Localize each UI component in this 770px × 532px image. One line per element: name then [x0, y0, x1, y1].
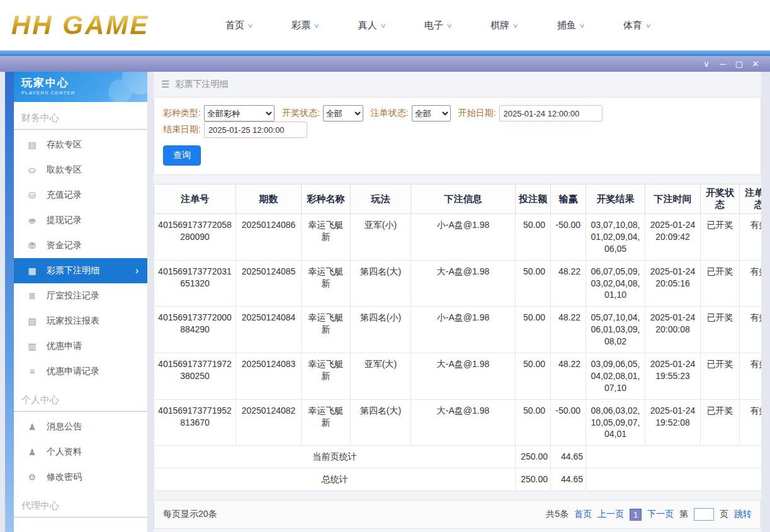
chevron-down-icon: ∨ [313, 22, 320, 29]
sidebar-item-personal-profile[interactable]: ♟个人资料 [14, 439, 147, 465]
sidebar-item-hall-bet-records[interactable]: ≣厅室投注记录 [14, 283, 147, 308]
summary-empty [586, 468, 762, 491]
summary-amount: 250.00 [516, 446, 551, 468]
sidebar-item-change-password[interactable]: ⚙修改密码 [14, 465, 147, 490]
lottery-type-select[interactable]: 全部彩种 [204, 105, 275, 122]
cell-result: 05,07,10,04,06,01,03,09,08,02 [586, 307, 645, 353]
cell-win_loss: 48.22 [551, 307, 586, 353]
summary-amount: 250.00 [516, 468, 551, 491]
sidebar-item-withdraw-zone[interactable]: ⛀取款专区 [14, 157, 147, 183]
menu-icon[interactable]: ☰ [161, 79, 169, 90]
nav-item-1[interactable]: 彩票∨ [292, 20, 319, 31]
cell-bet_info: 小-A盘@1.98 [411, 214, 516, 261]
sidebar-item-label: 取款专区 [47, 164, 82, 176]
prev-page-link[interactable]: 上一页 [597, 509, 624, 520]
nav-item-3[interactable]: 电子∨ [424, 20, 451, 31]
table-row: 40156917377200088429020250124084幸运飞艇新第四名… [154, 307, 762, 353]
nav-item-6[interactable]: 体育∨ [623, 20, 650, 31]
brand-logo: HH GAME [11, 10, 194, 40]
cell-play: 第四名(大) [351, 399, 411, 446]
cell-bet_info: 大-A盘@1.98 [411, 353, 516, 400]
sidebar-item-message-announcements[interactable]: ♟消息公告 [14, 414, 147, 439]
summary-row: 总统计250.0044.65 [154, 468, 762, 491]
pagination-bar: 每页显示20条 共5条 首页 上一页 1 下一页 第 页 跳转 [154, 500, 761, 529]
maximize-icon[interactable]: ▢ [731, 56, 747, 72]
column-header-win_loss: 输赢 [551, 184, 586, 214]
table-header-row: 注单号期数彩种名称玩法下注信息投注额输赢开奖结果下注时间开奖状态注单状态 [154, 184, 762, 214]
chevron-down-icon: ∨ [512, 22, 519, 29]
column-header-draw_status: 开奖状态 [701, 184, 740, 214]
end-date-input[interactable] [204, 122, 307, 138]
sidebar-item-deposit-zone[interactable]: ▤存款专区 [14, 132, 147, 157]
recharge-records-icon: ⛁ [26, 190, 38, 200]
cell-result: 03,09,06,05,04,02,08,01,07,10 [586, 353, 645, 400]
order-status-select[interactable]: 全部 [412, 105, 451, 122]
cell-play: 亚军(小) [351, 214, 411, 261]
column-header-bet_id: 注单号 [154, 184, 236, 214]
start-date-input[interactable] [499, 105, 603, 122]
jump-link[interactable]: 跳转 [734, 509, 752, 520]
cell-bet_time: 2025-01-24 19:55:23 [645, 353, 701, 400]
nav-item-2[interactable]: 真人∨ [358, 20, 385, 31]
player-bet-report-icon: ▧ [26, 316, 38, 326]
sidebar-item-recharge-records[interactable]: ⛁充值记录 [14, 183, 147, 208]
page-title: 彩票下注明细 [175, 79, 228, 90]
cell-order_status: 有效 [740, 260, 762, 307]
cell-bet_time: 2025-01-24 19:52:08 [645, 399, 701, 446]
collapse-icon[interactable]: ∨ [698, 56, 715, 72]
cell-win_loss: -50.00 [551, 399, 586, 446]
app-area: 玩家中心 PLAYERS CENTER 财务中心▤存款专区⛀取款专区⛁充值记录⛂… [0, 72, 770, 532]
sidebar-item-label: 优惠申请 [47, 341, 82, 352]
breadcrumb: ☰ 彩票下注明细 [154, 72, 761, 97]
summary-empty [586, 446, 762, 468]
sidebar-item-withdrawal-records[interactable]: ⛂提现记录 [14, 208, 147, 233]
nav-item-4[interactable]: 棋牌∨ [490, 20, 518, 31]
jump-page-input[interactable] [694, 508, 714, 521]
sidebar-item-label: 消息公告 [47, 421, 82, 433]
column-header-order_status: 注单状态 [740, 184, 762, 214]
next-page-link[interactable]: 下一页 [647, 509, 674, 520]
close-icon[interactable]: ✕ [747, 56, 764, 72]
summary-label: 总统计 [154, 468, 516, 491]
sidebar-item-label: 修改密码 [47, 472, 82, 483]
cell-amount: 50.00 [516, 307, 551, 353]
column-header-result: 开奖结果 [586, 184, 645, 214]
withdraw-zone-icon: ⛀ [26, 165, 38, 175]
sidebar-item-lottery-bet-details[interactable]: ▦彩票下注明细› [14, 258, 147, 283]
cell-bet_info: 大-A盘@1.98 [411, 260, 516, 307]
first-page-link[interactable]: 首页 [574, 509, 592, 520]
sidebar-header: 玩家中心 PLAYERS CENTER [14, 72, 147, 102]
nav-item-0[interactable]: 首页∨ [225, 20, 252, 31]
cell-bet_info: 大-A盘@1.98 [411, 399, 516, 446]
sidebar-item-funds-records[interactable]: ⛃资金记录 [14, 233, 147, 258]
chevron-down-icon: ∨ [446, 22, 453, 29]
withdrawal-records-icon: ⛂ [26, 215, 38, 225]
current-page-badge[interactable]: 1 [630, 509, 642, 521]
cell-period: 20250124086 [236, 214, 302, 261]
main-nav: 首页∨彩票∨真人∨电子∨棋牌∨捕鱼∨体育∨ [225, 20, 650, 31]
minimize-icon[interactable]: ─ [715, 56, 731, 72]
sidebar-item-label: 厅室投注记录 [47, 290, 99, 302]
per-page-text: 每页显示20条 [163, 509, 217, 520]
nav-item-label: 真人 [358, 20, 377, 31]
sidebar-item-label: 玩家投注报表 [47, 315, 99, 327]
content: ☰ 彩票下注明细 彩种类型: 全部彩种 开奖状态: 全部 [154, 72, 761, 532]
bet-table-wrap: 注单号期数彩种名称玩法下注信息投注额输赢开奖结果下注时间开奖状态注单状态 401… [154, 184, 761, 491]
sidebar-item-promo-apply[interactable]: ▥优惠申请 [14, 334, 147, 359]
sidebar-section-label: 个人中心 [14, 384, 147, 412]
draw-status-label: 开奖状态: [282, 108, 320, 119]
cell-win_loss: 48.22 [551, 353, 586, 400]
cell-bet_id: 401569173772058280090 [154, 214, 236, 261]
search-button[interactable]: 查询 [163, 145, 201, 166]
column-header-bet_time: 下注时间 [645, 184, 701, 214]
cell-bet_id: 401569173772031651320 [154, 260, 236, 307]
cell-amount: 50.00 [516, 260, 551, 307]
sidebar-item-player-bet-report[interactable]: ▧玩家投注报表 [14, 308, 147, 334]
sidebar-item-promo-apply-records[interactable]: ≡优惠申请记录 [14, 359, 147, 384]
table-row: 40156917377197238025020250124083幸运飞艇新亚军(… [154, 353, 762, 400]
start-date-label: 开始日期: [458, 108, 496, 119]
column-header-amount: 投注额 [516, 184, 551, 214]
nav-item-5[interactable]: 捕鱼∨ [557, 20, 584, 31]
summary-row: 当前页统计250.0044.65 [154, 446, 762, 468]
draw-status-select[interactable]: 全部 [323, 105, 363, 122]
